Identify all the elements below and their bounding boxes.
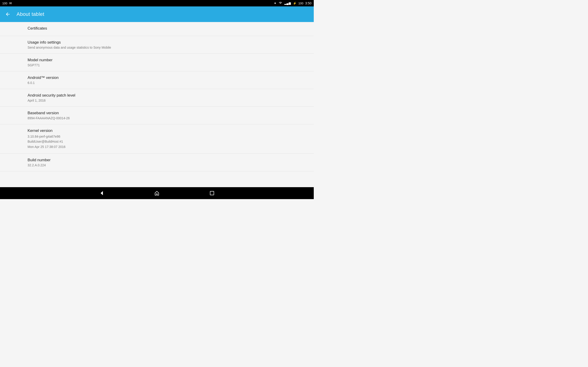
usage-info-item[interactable]: Usage info settings Send anonymous data … (0, 36, 314, 54)
usage-info-title: Usage info settings (27, 40, 286, 45)
signal-icon: ▂▄▆ (284, 2, 291, 5)
app-bar: About tablet (0, 6, 314, 22)
status-bar: 100 ✉ ✦ ▂▄▆ ⚡ 100 3:50 (0, 0, 314, 6)
bluetooth-icon: ✦ (274, 1, 277, 5)
back-button[interactable] (4, 10, 12, 18)
charging-icon: ⚡ (293, 2, 296, 5)
android-version-item[interactable]: Android™ version 6.0.1 (0, 71, 314, 89)
kernel-line-3: Mon Apr 25 17:38:07 2016 (27, 145, 65, 149)
kernel-line-1: 3.10.84-perf-g4a67e86 (27, 135, 60, 138)
kernel-version-item[interactable]: Kernel version 3.10.84-perf-g4a67e86 Bui… (0, 124, 314, 154)
wifi-icon (278, 1, 283, 5)
svg-marker-0 (101, 191, 103, 195)
certificates-item[interactable]: Certificates (0, 22, 314, 36)
back-nav-button[interactable] (97, 189, 106, 198)
kernel-line-2: BuildUser@BuildHost #1 (27, 140, 63, 143)
model-number-value: SGP771 (27, 63, 286, 67)
security-patch-item[interactable]: Android security patch level April 1, 20… (0, 89, 314, 107)
baseband-version-item[interactable]: Baseband version 8994-FAAAANAZQ-00014-26 (0, 107, 314, 124)
battery-percent: 100 (298, 2, 303, 5)
baseband-version-value: 8994-FAAAANAZQ-00014-26 (27, 116, 286, 120)
usage-info-subtitle: Send anonymous data and usage statistics… (27, 46, 286, 49)
model-number-item[interactable]: Model number SGP771 (0, 54, 314, 71)
status-left: 100 ✉ (2, 1, 12, 5)
battery-percent-left: 100 (2, 2, 7, 5)
status-right: ✦ ▂▄▆ ⚡ 100 3:50 (274, 1, 311, 5)
svg-rect-1 (210, 191, 214, 195)
model-number-title: Model number (27, 58, 286, 62)
email-icon: ✉ (9, 1, 12, 5)
certificates-title: Certificates (27, 26, 286, 31)
security-patch-value: April 1, 2016 (27, 99, 286, 102)
security-patch-title: Android security patch level (27, 93, 286, 98)
baseband-version-title: Baseband version (27, 111, 286, 115)
build-number-item[interactable]: Build number 32.2.A.0.224 (0, 154, 314, 171)
android-version-value: 6.0.1 (27, 81, 286, 85)
home-nav-button[interactable] (152, 189, 162, 198)
recents-nav-button[interactable] (208, 189, 216, 198)
kernel-version-value: 3.10.84-perf-g4a67e86 BuildUser@BuildHos… (27, 134, 286, 149)
time: 3:50 (305, 1, 311, 5)
android-version-title: Android™ version (27, 75, 286, 80)
app-title: About tablet (17, 11, 44, 17)
build-number-value: 32.2.A.0.224 (27, 163, 286, 167)
content-area: Certificates Usage info settings Send an… (0, 22, 314, 187)
nav-bar (0, 187, 314, 199)
build-number-title: Build number (27, 158, 286, 162)
kernel-version-title: Kernel version (27, 128, 286, 133)
